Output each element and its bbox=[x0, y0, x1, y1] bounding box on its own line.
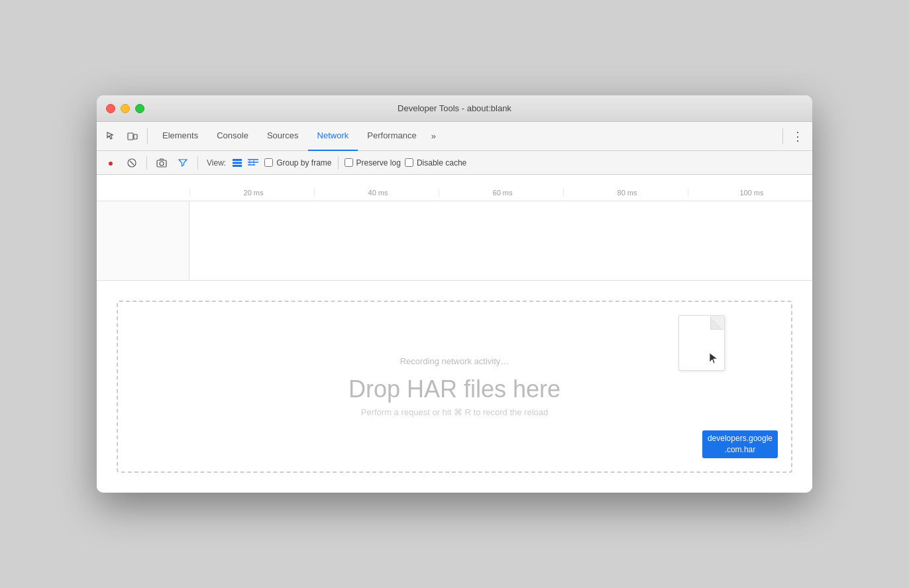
group-by-frame-checkbox[interactable] bbox=[264, 158, 273, 167]
timeline-ruler: 20 ms 40 ms 60 ms 80 ms 100 ms bbox=[97, 175, 812, 201]
minimize-button[interactable] bbox=[121, 104, 130, 113]
tab-network[interactable]: Network bbox=[308, 122, 358, 151]
recording-text: Recording network activity… bbox=[400, 356, 509, 366]
ruler-mark-4: 80 ms bbox=[563, 189, 688, 197]
tab-performance[interactable]: Performance bbox=[358, 122, 425, 151]
list-view-icon bbox=[232, 158, 242, 168]
inspector-icon-button[interactable] bbox=[102, 127, 121, 146]
har-badge-line2: .com.har bbox=[725, 445, 756, 454]
close-button[interactable] bbox=[106, 104, 115, 113]
filter-icon bbox=[178, 158, 187, 168]
camera-button[interactable] bbox=[153, 154, 170, 172]
timeline-area bbox=[97, 201, 812, 281]
timeline-chart bbox=[189, 201, 812, 280]
svg-rect-0 bbox=[128, 133, 133, 140]
tab-sources[interactable]: Sources bbox=[258, 122, 308, 151]
toolbar-divider-1 bbox=[147, 128, 148, 144]
svg-rect-1 bbox=[134, 134, 137, 139]
file-icon bbox=[678, 315, 725, 371]
group-by-frame-checkbox-label[interactable]: Group by frame bbox=[264, 158, 331, 168]
devtools-window: Developer Tools - about:blank Elements C… bbox=[97, 95, 812, 493]
tab-console[interactable]: Console bbox=[207, 122, 258, 151]
preserve-log-checkbox[interactable] bbox=[345, 158, 353, 167]
network-toolbar: ● View: bbox=[97, 151, 812, 175]
ruler-marks: 20 ms 40 ms 60 ms 80 ms 100 ms bbox=[97, 189, 812, 197]
har-badge-line1: developers.google bbox=[708, 434, 773, 443]
toolbar-divider-2 bbox=[782, 128, 783, 144]
title-bar: Developer Tools - about:blank bbox=[97, 95, 812, 122]
svg-rect-6 bbox=[233, 159, 242, 161]
ruler-mark-5: 100 ms bbox=[688, 189, 812, 197]
tab-elements[interactable]: Elements bbox=[153, 122, 207, 151]
nav-tabs: Elements Console Sources Network Perform… bbox=[153, 122, 777, 151]
ruler-mark-2: 40 ms bbox=[314, 189, 439, 197]
device-toolbar-button[interactable] bbox=[123, 127, 142, 146]
waterfall-view-icon bbox=[247, 158, 259, 168]
net-divider-2 bbox=[197, 156, 198, 170]
more-tabs-button[interactable]: » bbox=[426, 122, 441, 151]
disable-cache-checkbox[interactable] bbox=[405, 158, 413, 167]
file-icon-wrapper bbox=[678, 315, 725, 371]
view-icons bbox=[230, 156, 260, 170]
camera-icon bbox=[156, 158, 167, 168]
disable-cache-checkbox-label[interactable]: Disable cache bbox=[405, 158, 466, 168]
net-divider-3 bbox=[338, 156, 339, 170]
svg-line-3 bbox=[130, 161, 134, 165]
devtools-menu-button[interactable]: ⋮ bbox=[788, 127, 807, 146]
svg-rect-8 bbox=[233, 165, 242, 167]
inspect-icon bbox=[106, 131, 117, 142]
waterfall-view-button[interactable] bbox=[246, 156, 260, 170]
disable-cache-label: Disable cache bbox=[417, 158, 466, 168]
window-title: Developer Tools - about:blank bbox=[398, 103, 511, 113]
clear-button[interactable] bbox=[123, 154, 140, 172]
drop-main-text: Drop HAR files here bbox=[348, 375, 561, 403]
svg-rect-7 bbox=[233, 162, 242, 164]
drop-secondary-text: Perform a request or hit ⌘ R to record t… bbox=[361, 407, 549, 417]
timeline-left-column bbox=[97, 201, 189, 280]
traffic-lights bbox=[106, 104, 144, 113]
svg-point-5 bbox=[160, 162, 164, 166]
drop-area-container: Recording network activity… Drop HAR fil… bbox=[97, 281, 812, 493]
clear-icon bbox=[127, 158, 136, 168]
maximize-button[interactable] bbox=[135, 104, 144, 113]
ruler-mark-1: 20 ms bbox=[189, 189, 314, 197]
group-by-frame-label: Group by frame bbox=[276, 158, 331, 168]
preserve-log-checkbox-label[interactable]: Preserve log bbox=[345, 158, 401, 168]
device-icon bbox=[127, 131, 138, 142]
list-view-button[interactable] bbox=[230, 156, 244, 170]
cursor-icon bbox=[708, 352, 719, 365]
har-badge: developers.google .com.har bbox=[702, 430, 778, 458]
net-divider-1 bbox=[146, 156, 147, 170]
main-toolbar: Elements Console Sources Network Perform… bbox=[97, 122, 812, 151]
view-label: View: bbox=[207, 158, 226, 168]
ruler-mark-3: 60 ms bbox=[439, 189, 563, 197]
record-button[interactable]: ● bbox=[102, 154, 119, 172]
drop-zone[interactable]: Recording network activity… Drop HAR fil… bbox=[117, 301, 792, 473]
preserve-log-label: Preserve log bbox=[356, 158, 401, 168]
filter-button[interactable] bbox=[174, 154, 191, 172]
